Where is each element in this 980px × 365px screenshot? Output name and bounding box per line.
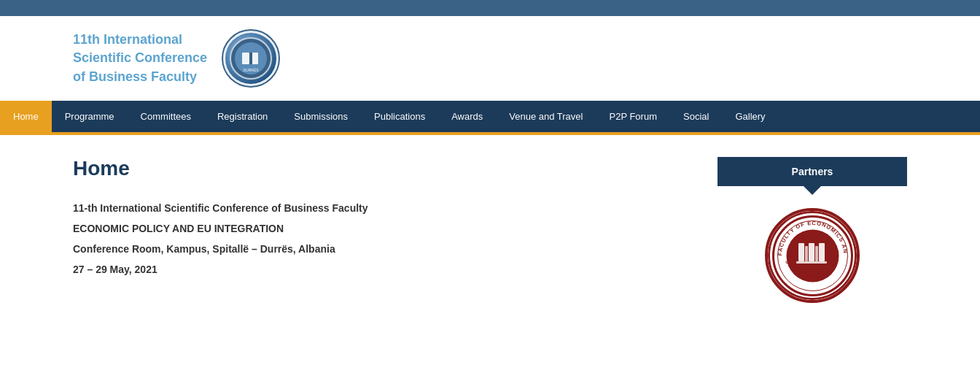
- nav-item-programme[interactable]: Programme: [52, 101, 128, 132]
- faculty-logo: FACULTY OF ECONOMICS AND MANAGEMENT SUA …: [765, 208, 860, 303]
- content-area: Home 11-th International Scientific Conf…: [73, 157, 688, 303]
- logo: DURRËS: [222, 29, 280, 88]
- faculty-svg: FACULTY OF ECONOMICS AND MANAGEMENT SUA …: [771, 214, 855, 298]
- faculty-logo-inner: FACULTY OF ECONOMICS AND MANAGEMENT SUA …: [768, 211, 857, 300]
- content-line-3: 27 – 29 May, 2021: [73, 264, 688, 275]
- nav-item-awards[interactable]: Awards: [438, 101, 496, 132]
- svg-text:DURRËS: DURRËS: [244, 68, 260, 72]
- nav-item-registration[interactable]: Registration: [204, 101, 281, 132]
- svg-rect-10: [805, 246, 808, 261]
- svg-rect-2: [242, 53, 249, 64]
- sidebar: Partners: [718, 157, 907, 303]
- nav-item-committees[interactable]: Committees: [128, 101, 204, 132]
- svg-rect-13: [819, 243, 825, 261]
- nav-item-gallery[interactable]: Gallery: [722, 101, 778, 132]
- nav-item-p2p-forum[interactable]: P2P Forum: [596, 101, 670, 132]
- nav-item-publications[interactable]: Publications: [361, 101, 438, 132]
- title-line1: 11th International: [73, 32, 182, 47]
- header: 11th International Scientific Conference…: [0, 16, 980, 101]
- content-line-2: Conference Room, Kampus, Spitallë – Durr…: [73, 243, 688, 255]
- svg-rect-14: [796, 261, 827, 264]
- main-content: Home 11-th International Scientific Conf…: [0, 135, 980, 325]
- content-line-1: ECONOMIC POLICY AND EU INTEGRATION: [73, 223, 688, 234]
- page-title: Home: [73, 157, 688, 180]
- partners-header: Partners: [718, 157, 907, 186]
- nav-item-submissions[interactable]: Submissions: [281, 101, 361, 132]
- svg-rect-12: [815, 246, 818, 261]
- svg-rect-11: [809, 243, 814, 261]
- nav-item-social[interactable]: Social: [670, 101, 722, 132]
- navigation: HomeProgrammeCommitteesRegistrationSubmi…: [0, 101, 980, 132]
- partners-label: Partners: [792, 166, 833, 177]
- title-line3: of Business Faculty: [73, 69, 197, 84]
- svg-rect-4: [249, 53, 252, 64]
- site-title: 11th International Scientific Conference…: [73, 31, 207, 86]
- logo-emblem: DURRËS: [225, 33, 276, 84]
- top-bar: [0, 0, 980, 16]
- svg-rect-9: [798, 243, 804, 261]
- content-line-0: 11-th International Scientific Conferenc…: [73, 202, 688, 214]
- nav-item-home[interactable]: Home: [0, 101, 52, 132]
- partners-logo: FACULTY OF ECONOMICS AND MANAGEMENT SUA …: [718, 208, 907, 303]
- nav-item-venue-and-travel[interactable]: Venue and Travel: [496, 101, 596, 132]
- title-line2: Scientific Conference: [73, 50, 207, 65]
